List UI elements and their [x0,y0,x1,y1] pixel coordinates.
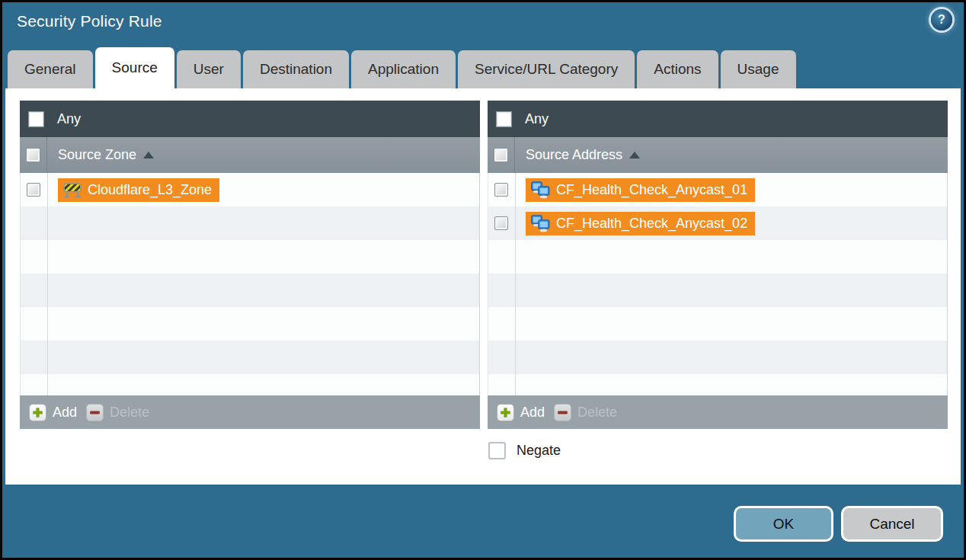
address-item-chip[interactable]: CF_Health_Check_Anycast_01 [526,178,755,202]
table-row: CF_Health_Check_Anycast_02 [488,206,947,240]
address-item-chip[interactable]: CF_Health_Check_Anycast_02 [526,212,755,235]
source-address-column-title: Source Address [526,147,622,163]
source-zone-any-row: Any [20,101,480,137]
add-icon [29,404,46,421]
add-button[interactable]: Add [29,404,77,421]
delete-icon [554,404,571,421]
source-zone-any-checkbox[interactable] [28,111,44,127]
sort-asc-icon [629,152,640,158]
tab-source[interactable]: Source [95,47,174,88]
delete-icon [86,404,104,421]
zone-icon [63,182,82,198]
source-address-selectall-checkbox[interactable] [494,148,508,162]
row-checkbox[interactable] [494,183,508,197]
source-zone-panel: Any Source Zone [20,101,480,429]
address-icon [531,215,550,232]
source-zone-column-title: Source Zone [58,147,136,163]
add-button[interactable]: Add [497,404,545,421]
tab-usage[interactable]: Usage [721,50,796,88]
table-row: CF_Health_Check_Anycast_01 [488,173,947,206]
source-address-any-row: Any [488,101,948,137]
ok-button[interactable]: OK [734,506,833,542]
cancel-button[interactable]: Cancel [841,506,943,542]
zone-item-label: Cloudflare_L3_Zone [88,182,212,198]
source-address-footer: Add Delete [488,395,948,429]
source-zone-selectall-checkbox[interactable] [26,148,40,162]
negate-row: Negate [488,442,561,459]
source-zone-column-header[interactable]: Source Zone [20,137,480,173]
source-zone-list: Cloudflare_L3_Zone [20,173,480,395]
address-icon [531,181,550,199]
source-address-any-label: Any [525,111,549,127]
negate-label: Negate [517,443,561,459]
tab-general[interactable]: General [8,50,93,88]
security-policy-rule-dialog: Security Policy Rule ? General Source Us… [0,0,966,560]
source-address-any-checkbox[interactable] [496,111,512,127]
tab-service-url-category[interactable]: Service/URL Category [458,50,635,88]
delete-button[interactable]: Delete [554,404,617,421]
delete-button[interactable]: Delete [86,404,149,421]
tab-destination[interactable]: Destination [243,50,349,88]
source-address-column-header[interactable]: Source Address [488,137,948,173]
dialog-title: Security Policy Rule [17,12,162,30]
tab-user[interactable]: User [177,50,241,88]
tab-application[interactable]: Application [351,50,456,88]
address-item-label: CF_Health_Check_Anycast_02 [556,216,747,232]
source-address-panel: Any Source Address [488,101,948,429]
table-row: Cloudflare_L3_Zone [21,173,479,206]
sort-asc-icon [143,152,154,158]
address-item-label: CF_Health_Check_Anycast_01 [556,182,747,198]
source-zone-footer: Add Delete [20,395,480,429]
row-checkbox[interactable] [27,183,40,197]
tab-actions[interactable]: Actions [637,50,718,88]
source-zone-any-label: Any [57,111,81,127]
help-icon[interactable]: ? [931,9,952,30]
zone-item-chip[interactable]: Cloudflare_L3_Zone [58,178,219,202]
row-checkbox[interactable] [494,216,508,230]
negate-checkbox[interactable] [488,442,506,459]
source-address-list: CF_Health_Check_Anycast_01 [488,173,948,395]
tab-bar: General Source User Destination Applicat… [8,50,796,88]
add-icon [497,404,514,421]
source-tab-content: Any Source Zone [5,88,961,485]
